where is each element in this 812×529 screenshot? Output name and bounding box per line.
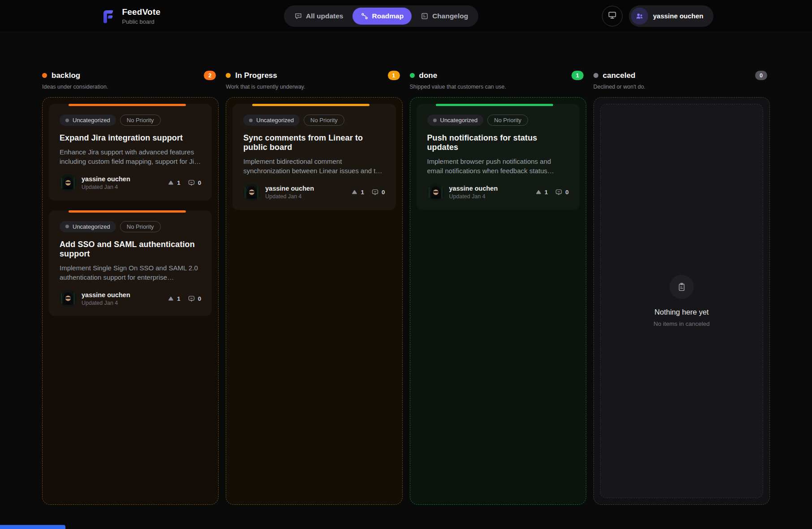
author-avatar (60, 175, 77, 192)
updated-date: Updated Jan 4 (265, 193, 346, 200)
display-mode-button[interactable] (602, 6, 623, 26)
category-label: Uncategorized (440, 117, 478, 124)
priority-badge: No Priority (304, 115, 344, 126)
card-title: Push notifications for status updates (427, 133, 569, 152)
monitor-icon (608, 11, 617, 21)
vote-value: 1 (361, 189, 364, 196)
column-dropzone[interactable]: Nothing here yet No items in canceled (593, 97, 770, 505)
column-description: Work that is currently underway. (226, 84, 402, 90)
tab-all-updates[interactable]: All updates (286, 8, 352, 25)
category-label: Uncategorized (73, 117, 110, 124)
vote-value: 1 (545, 189, 548, 196)
feedback-card[interactable]: Uncategorized No Priority Expand Jira in… (49, 104, 212, 201)
card-accent-bar (252, 104, 369, 106)
app-header: FeedVote Public board All updates (0, 0, 812, 32)
comment-value: 0 (565, 189, 569, 196)
column-dropzone[interactable]: Uncategorized No Priority Push notificat… (410, 97, 586, 505)
view-switcher: All updates Roadmap (284, 5, 478, 27)
card-title: Expand Jira integration support (60, 133, 201, 143)
card-accent-bar (69, 104, 186, 106)
author-name: yassine ouchen (82, 291, 163, 299)
author-avatar (427, 184, 444, 201)
column-description: Declined or won't do. (593, 84, 770, 90)
column-name: done (419, 71, 438, 80)
column-description: Shipped value that customers can use. (410, 84, 586, 90)
feedback-card[interactable]: Uncategorized No Priority Push notificat… (417, 104, 580, 210)
column-name: backlog (52, 71, 80, 80)
updated-date: Updated Jan 4 (449, 193, 530, 200)
category-badge: Uncategorized (243, 115, 300, 126)
comment-count[interactable]: 0 (188, 295, 202, 303)
column-header: done 1 (410, 71, 586, 80)
comment-count[interactable]: 0 (188, 179, 202, 187)
author-name: yassine ouchen (265, 185, 346, 192)
empty-state-subtitle: No items in canceled (653, 320, 709, 327)
comment-icon (188, 179, 195, 187)
status-dot-icon (593, 73, 598, 78)
comment-icon (188, 295, 195, 303)
users-icon (631, 8, 648, 25)
column-in-progress: In Progress 1 Work that is currently und… (226, 71, 402, 505)
column-header: canceled 0 (593, 71, 770, 80)
vote-count[interactable]: 1 (168, 179, 180, 186)
status-dot-icon (410, 73, 415, 78)
card-title: Add SSO and SAML authentication support (60, 240, 201, 259)
vote-count[interactable]: 1 (168, 295, 180, 302)
vote-count[interactable]: 1 (351, 189, 364, 196)
card-description: Implement Single Sign On SSO and SAML 2.… (60, 263, 201, 282)
category-dot-icon (65, 119, 69, 122)
speech-bubble-icon (294, 12, 302, 20)
card-accent-bar (436, 104, 553, 106)
category-dot-icon (65, 225, 69, 228)
brand[interactable]: FeedVote Public board (99, 7, 161, 25)
status-dot-icon (42, 73, 47, 78)
vote-icon (168, 179, 174, 186)
column-header: In Progress 1 (226, 71, 402, 80)
route-icon (361, 12, 369, 20)
card-accent-bar (69, 210, 186, 213)
card-description: Implement browser push notifications and… (427, 157, 569, 176)
column-dropzone[interactable]: Uncategorized No Priority Expand Jira in… (42, 97, 219, 505)
vote-count[interactable]: 1 (535, 189, 548, 196)
comment-count[interactable]: 0 (371, 188, 385, 196)
column-backlog: backlog 2 Ideas under consideration. Unc… (42, 71, 219, 505)
tab-label: Changelog (432, 12, 468, 20)
priority-badge: No Priority (120, 115, 161, 126)
column-name: canceled (603, 71, 636, 80)
tab-roadmap[interactable]: Roadmap (352, 8, 412, 25)
browser-status-fragment (0, 525, 65, 529)
column-description: Ideas under consideration. (42, 84, 219, 90)
category-label: Uncategorized (256, 117, 294, 124)
roadmap-board: backlog 2 Ideas under consideration. Unc… (0, 32, 812, 529)
feedback-card[interactable]: Uncategorized No Priority Sync comments … (232, 104, 395, 210)
vote-icon (351, 189, 358, 196)
column-header: backlog 2 (42, 71, 219, 80)
vote-value: 1 (177, 179, 180, 186)
user-menu[interactable]: yassine ouchen (629, 5, 713, 27)
vote-icon (535, 189, 542, 196)
column-name: In Progress (235, 71, 277, 80)
author-avatar (243, 184, 260, 201)
category-badge: Uncategorized (427, 115, 484, 126)
comment-count[interactable]: 0 (555, 188, 569, 196)
column-count-badge: 1 (388, 71, 400, 80)
column-dropzone[interactable]: Uncategorized No Priority Sync comments … (226, 97, 402, 505)
comment-icon (371, 188, 379, 196)
empty-dropzone: Nothing here yet No items in canceled (600, 104, 763, 498)
category-label: Uncategorized (73, 223, 110, 230)
feedback-card[interactable]: Uncategorized No Priority Add SSO and SA… (49, 210, 212, 316)
status-dot-icon (226, 73, 231, 78)
column-count-badge: 0 (755, 71, 767, 80)
author-name: yassine ouchen (449, 185, 530, 192)
category-dot-icon (433, 119, 437, 122)
card-description: Enhance Jira support with advanced featu… (60, 147, 201, 166)
vote-icon (168, 295, 174, 302)
category-badge: Uncategorized (60, 221, 116, 232)
updated-date: Updated Jan 4 (82, 184, 163, 190)
note-icon (421, 12, 429, 20)
clipboard-icon (670, 275, 694, 299)
tab-changelog[interactable]: Changelog (412, 8, 476, 25)
author-avatar (60, 290, 77, 307)
board-type-label: Public board (122, 18, 161, 25)
category-badge: Uncategorized (60, 115, 116, 126)
